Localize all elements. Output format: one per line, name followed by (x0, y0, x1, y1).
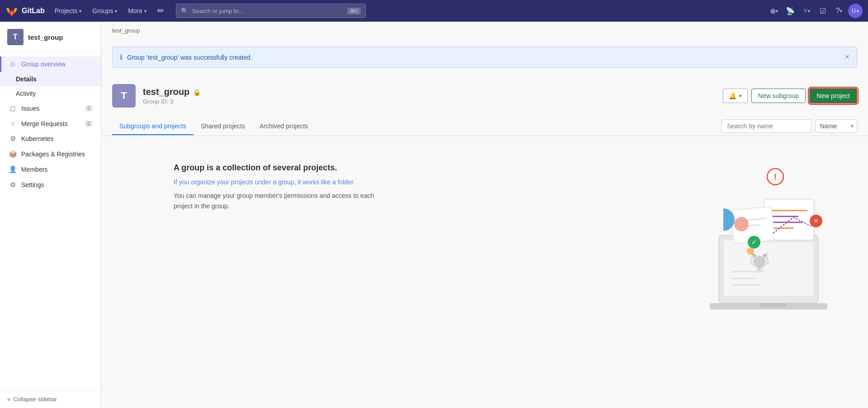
group-header: T test_group 🔒 Group ID: 3 🔔 ▾ New subgr… (101, 75, 868, 117)
sidebar-item-group-overview[interactable]: ⊙ Group overview (0, 56, 101, 72)
nav-snippets[interactable]: ✏ (153, 3, 169, 19)
kubernetes-icon: ⚙ (9, 135, 17, 143)
nav-groups[interactable]: Groups ▾ (88, 5, 122, 17)
nav-icon-group: ⊕ ▾ 📡 ⑂ ▾ ☑ ? ▾ U ▾ (767, 4, 863, 18)
activity-label: Activity (16, 90, 36, 97)
settings-label: Settings (21, 181, 44, 188)
sidebar-item-members[interactable]: 👤 Members (0, 162, 101, 177)
empty-description: You can manage your group member's permi… (174, 191, 382, 211)
lock-icon: 🔒 (193, 89, 201, 96)
tab-archived-projects[interactable]: Archived projects (252, 118, 315, 135)
search-by-name-input[interactable] (721, 119, 811, 133)
sidebar-item-kubernetes[interactable]: ⚙ Kubernetes (0, 131, 101, 146)
empty-text-area: A group is a collection of several proje… (174, 163, 382, 211)
settings-icon: ⚙ (9, 181, 17, 189)
alert-close-button[interactable]: × (844, 52, 849, 62)
empty-subtitle: If you organize your projects under a gr… (174, 177, 382, 187)
sidebar-item-issues[interactable]: ◻ Issues 0 (0, 101, 101, 116)
svg-text:✕: ✕ (813, 217, 819, 225)
nav-projects[interactable]: Projects ▾ (50, 5, 86, 17)
new-subgroup-button[interactable]: New subgroup (751, 89, 806, 103)
create-new-button[interactable]: ⊕ ▾ (767, 4, 781, 18)
group-name: test_group (143, 87, 189, 97)
svg-rect-1 (723, 240, 814, 296)
sidebar-header: T test_group (0, 22, 101, 53)
packages-icon: 📦 (9, 150, 17, 158)
nav-more[interactable]: More ▾ (123, 5, 151, 17)
sidebar-item-settings[interactable]: ⚙ Settings (0, 177, 101, 192)
collapse-icon: « (7, 396, 10, 403)
tabs-bar: Subgroups and projects Shared projects A… (101, 117, 868, 136)
svg-point-25 (747, 248, 754, 255)
mr-chevron-icon: ▾ (808, 9, 810, 14)
bell-chevron-icon: ▾ (739, 93, 742, 99)
merge-request-icon: ⑂ (803, 7, 808, 15)
empty-state: A group is a collection of several proje… (101, 136, 868, 317)
merge-requests-badge: 0 (84, 120, 94, 127)
checklist-icon: ☑ (820, 7, 826, 15)
avatar-chevron-icon: ▾ (857, 9, 859, 14)
success-alert: ℹ Group 'test_group' was successfully cr… (112, 47, 857, 68)
sidebar-item-details[interactable]: Details (0, 72, 101, 86)
group-avatar: T (112, 84, 136, 108)
todo-button[interactable]: ☑ (816, 4, 830, 18)
broadcast-icon: 📡 (786, 7, 795, 15)
group-overview-icon: ⊙ (9, 60, 17, 68)
sidebar-group-avatar: T (7, 29, 24, 45)
gitlab-label: GitLab (22, 7, 45, 15)
help-chevron-icon: ▾ (840, 9, 842, 14)
issues-badge: 0 (84, 105, 94, 112)
search-placeholder: Search or jump to... (192, 8, 243, 14)
sidebar-item-packages[interactable]: 📦 Packages & Registries (0, 146, 101, 162)
gitlab-logo[interactable]: GitLab (5, 5, 45, 17)
svg-point-22 (734, 217, 749, 231)
merge-requests-icon: ⑂ (9, 120, 17, 127)
issues-icon: ◻ (9, 104, 17, 113)
collapse-sidebar-button[interactable]: « Collapse sidebar (0, 390, 101, 408)
members-icon: 👤 (9, 165, 17, 174)
sort-select[interactable]: Name Created Updated Stars (815, 119, 857, 133)
svg-point-4 (754, 256, 765, 267)
svg-text:!: ! (774, 173, 777, 182)
projects-chevron-icon: ▾ (79, 9, 81, 14)
help-button[interactable]: ? ▾ (832, 4, 846, 18)
svg-text:✓: ✓ (751, 239, 757, 246)
more-chevron-icon: ▾ (144, 9, 146, 14)
broadcast-icon-button[interactable]: 📡 (783, 4, 797, 18)
bell-icon: 🔔 (729, 92, 736, 99)
details-label: Details (16, 75, 37, 83)
search-shortcut: ⌘K (347, 8, 361, 14)
sidebar-group-name: test_group (28, 33, 63, 41)
new-project-button[interactable]: New project (809, 88, 857, 103)
create-chevron-icon: ▾ (776, 9, 778, 14)
top-navigation: GitLab Projects ▾ Groups ▾ More ▾ ✏ 🔍 Se… (0, 0, 868, 22)
question-icon: ? (836, 7, 840, 15)
group-id: Group ID: 3 (143, 98, 723, 105)
members-label: Members (21, 166, 47, 173)
avatar-initial: U (852, 8, 856, 14)
merge-requests-label: Merge Requests (21, 120, 68, 127)
sidebar-item-activity[interactable]: Activity (0, 86, 101, 101)
group-info: test_group 🔒 Group ID: 3 (143, 87, 723, 105)
breadcrumb: test_group (101, 22, 868, 39)
info-icon: ℹ (120, 53, 123, 61)
notification-bell-button[interactable]: 🔔 ▾ (723, 89, 748, 103)
sidebar-item-label: Group overview (21, 61, 66, 68)
collapse-label: Collapse sidebar (13, 396, 57, 403)
search-icon: 🔍 (181, 7, 189, 14)
main-content: test_group ℹ Group 'test_group' was succ… (101, 22, 868, 408)
sidebar: T test_group ⊙ Group overview Details Ac… (0, 22, 101, 408)
kubernetes-label: Kubernetes (21, 135, 54, 142)
user-avatar[interactable]: U ▾ (848, 4, 863, 18)
packages-label: Packages & Registries (21, 150, 85, 158)
tab-subgroups-projects[interactable]: Subgroups and projects (112, 118, 193, 135)
groups-chevron-icon: ▾ (115, 9, 117, 14)
merge-request-button[interactable]: ⑂ ▾ (799, 4, 814, 18)
sidebar-item-merge-requests[interactable]: ⑂ Merge Requests 0 (0, 116, 101, 131)
sidebar-nav: ⊙ Group overview Details Activity ◻ Issu… (0, 53, 101, 196)
tab-shared-projects[interactable]: Shared projects (193, 118, 252, 135)
global-search[interactable]: 🔍 Search or jump to... ⌘K (176, 4, 366, 18)
tabs-search-area: Name Created Updated Stars (721, 117, 857, 136)
empty-state-illustration: ! ✓ ✕ (705, 145, 841, 317)
issues-label: Issues (21, 105, 39, 112)
